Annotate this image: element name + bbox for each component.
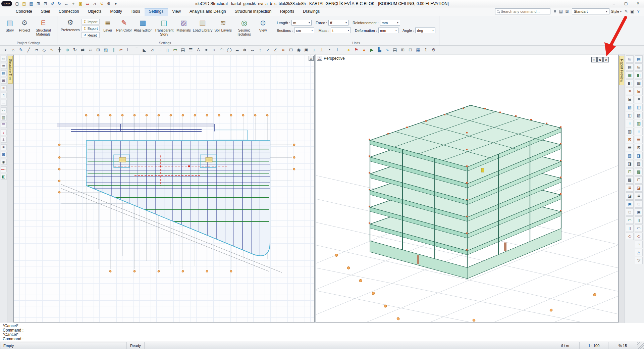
light-bulb-icon[interactable]: ● <box>345 46 353 54</box>
display-toggle-12[interactable]: ☰ <box>626 144 634 151</box>
standart-combo[interactable]: Standart <box>572 8 609 14</box>
command-line-panel[interactable]: *Cancel*Command :*Cancel*Command : <box>0 323 644 342</box>
customize-toolbar-caret[interactable]: ▾ <box>112 0 119 7</box>
node-tool-icon[interactable]: ∗ <box>1 144 7 150</box>
warning-icon[interactable]: ▲ <box>360 46 368 54</box>
rotate-tool-icon[interactable]: ↻ <box>71 46 79 54</box>
fillet-tool-icon[interactable]: ⌒ <box>133 46 141 54</box>
display-toggle-11[interactable]: ⊠ <box>626 136 634 143</box>
dim-linear-icon[interactable]: ↔ <box>249 46 256 54</box>
report-tool-1[interactable]: ▤ <box>635 55 643 63</box>
status-toggle[interactable]: 1 : 100 <box>580 342 608 349</box>
extend-tool-icon[interactable]: ⊢ <box>125 46 133 54</box>
graph-icon[interactable]: ∿ <box>383 46 391 54</box>
angle-unit-select[interactable]: deg <box>415 28 435 33</box>
display-toggle-5[interactable]: ≡ <box>626 88 634 95</box>
point-tool-icon[interactable]: ∗ <box>241 46 249 54</box>
display-toggle-16[interactable]: ▩ <box>626 176 634 184</box>
alias-editor-button[interactable]: ▦ Alias Editor <box>133 17 153 40</box>
resize-grip[interactable] <box>637 342 644 349</box>
display-toggle-9[interactable]: ⌗ <box>626 120 634 127</box>
redo-button[interactable]: ↻ <box>56 0 63 7</box>
mass-unit-select[interactable]: t <box>331 28 351 33</box>
export-icon[interactable]: ↥ <box>422 46 430 54</box>
axis-icon[interactable]: ⌗ <box>1 85 7 91</box>
display-toggle-7[interactable]: ▨ <box>626 104 634 111</box>
auto-design-icon[interactable]: AUTO <box>1 166 7 172</box>
new-file-button[interactable]: ▢ <box>14 0 20 7</box>
print-button[interactable]: ⊡ <box>42 0 49 7</box>
report-tool-8[interactable]: ▨ <box>635 112 643 119</box>
report-tool-26[interactable]: ▽ <box>635 257 643 264</box>
recent-commands-icon[interactable]: ≡ <box>552 8 558 14</box>
slab-icon[interactable]: ▭ <box>171 46 179 54</box>
report-tool-4[interactable]: ▦ <box>635 80 643 87</box>
report-tool-14[interactable]: ▧ <box>635 160 643 167</box>
length-unit-select[interactable]: m <box>291 20 312 26</box>
snap-button[interactable]: ↯ <box>98 0 105 7</box>
materials-button[interactable]: ▨ Materials <box>175 17 192 40</box>
display-toggle-20[interactable]: □ <box>626 208 634 216</box>
report-tool-15[interactable]: ▩ <box>635 168 643 176</box>
filter-view-button[interactable]: ▽ <box>591 57 597 62</box>
perspective-view-menu-button[interactable]: △ <box>317 56 322 61</box>
move-tool-icon[interactable]: ╋ <box>56 46 63 54</box>
image-icon[interactable]: ▦ <box>414 46 422 54</box>
import-button[interactable]: ↧ Import <box>82 19 100 24</box>
load-library-button[interactable]: ▥ Load Library <box>192 17 213 40</box>
polyline-tool-icon[interactable]: ▱ <box>33 46 40 54</box>
search-input[interactable] <box>501 9 549 13</box>
flag-icon[interactable]: ⚑ <box>353 46 360 54</box>
plan-view-menu-button[interactable]: △ <box>309 56 314 61</box>
selection-add-button[interactable]: ▣ <box>77 0 84 7</box>
display-toggle-6[interactable]: ⊟ <box>626 96 634 103</box>
undo-button[interactable]: ↺ <box>49 0 56 7</box>
display-toggle-21[interactable]: ▭ <box>626 216 634 224</box>
grid-panel-icon[interactable]: ⊞ <box>1 78 7 84</box>
structure-tree-tab[interactable]: Structure Tree <box>8 56 13 84</box>
display-toggle-3[interactable]: ▦ <box>626 71 634 79</box>
node-icon[interactable]: • <box>326 46 333 54</box>
camera-icon[interactable]: ◉ <box>295 46 303 54</box>
table-icon[interactable]: ⊞ <box>399 46 407 54</box>
measure-button[interactable]: ⊿ <box>91 0 98 7</box>
beam-icon[interactable]: ─ <box>156 46 164 54</box>
pen-color-button[interactable]: ✎ Pen Color <box>115 17 133 40</box>
perspective-viewport[interactable]: △ Perspective ▽NA <box>316 55 619 322</box>
command-search-box[interactable] <box>495 8 550 14</box>
report-tool-20[interactable]: ▣ <box>635 208 643 216</box>
column-tool-icon[interactable]: ▯ <box>1 93 7 98</box>
spline-tool-icon[interactable]: ∿ <box>48 46 56 54</box>
report-tool-5[interactable]: ⊟ <box>635 88 643 95</box>
report-tool-6[interactable]: ≡ <box>635 96 643 103</box>
trim-tool-icon[interactable]: ✂ <box>117 46 125 54</box>
style-dropdown[interactable]: Style <box>611 9 622 13</box>
display-toggle-15[interactable]: ⊡ <box>626 168 634 176</box>
stairs-icon[interactable]: ☰ <box>187 46 195 54</box>
display-toggle-13[interactable]: ▧ <box>626 152 634 159</box>
deformation-unit-select[interactable]: mm <box>378 28 398 33</box>
stretch-tool-icon[interactable]: ≋ <box>87 46 94 54</box>
circle-tool-icon[interactable]: ○ <box>210 46 218 54</box>
minimize-button[interactable]: – <box>608 0 620 7</box>
maximize-button[interactable]: ▢ <box>620 0 632 7</box>
slab-tool-icon[interactable]: ▱ <box>1 107 7 113</box>
layer-button[interactable]: ≣ Layer <box>100 17 115 40</box>
save-button[interactable]: ▦ <box>28 0 35 7</box>
display-toggle-19[interactable]: ▣ <box>626 200 634 208</box>
story-button[interactable]: ▤ Story <box>2 17 17 40</box>
section-icon[interactable]: ⊟ <box>287 46 295 54</box>
display-toggle-8[interactable]: ◫ <box>626 112 634 119</box>
layout-icon[interactable]: ▣ <box>629 8 635 14</box>
report-tool-13[interactable]: ◨ <box>635 152 643 159</box>
plan-viewport[interactable]: △ <box>13 55 315 322</box>
report-tool-22[interactable]: ▭ <box>635 225 643 232</box>
stairs-tool-icon[interactable]: ☰ <box>1 122 7 128</box>
wall-icon[interactable]: ▤ <box>179 46 187 54</box>
report-tool-2[interactable]: ⊞ <box>635 63 643 71</box>
arc-tool-icon[interactable]: ◠ <box>218 46 225 54</box>
report-tool-7[interactable]: ◫ <box>635 104 643 111</box>
structure-tree-icon[interactable]: ≣ <box>1 63 7 69</box>
dim-vertical-icon[interactable]: ↕ <box>256 46 264 54</box>
column-icon[interactable]: ▯ <box>164 46 171 54</box>
